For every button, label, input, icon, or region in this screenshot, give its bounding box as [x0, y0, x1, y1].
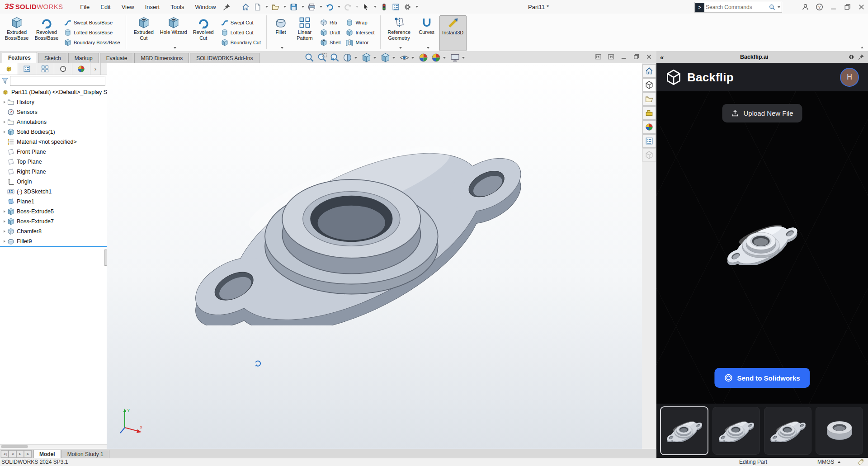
doc-minimize-icon[interactable]: [620, 53, 627, 60]
account-icon[interactable]: [802, 3, 809, 11]
expand-arrow-icon[interactable]: [2, 121, 7, 123]
swept-cut-button[interactable]: Swept Cut: [219, 18, 263, 27]
search-icon[interactable]: [769, 4, 775, 10]
menu-tools[interactable]: Tools: [165, 0, 189, 14]
apply-scene-button[interactable]: [430, 52, 448, 63]
panel-pin-icon[interactable]: [858, 54, 864, 60]
tab-features[interactable]: Features: [2, 52, 37, 63]
save-button[interactable]: [288, 1, 299, 12]
previous-window-icon[interactable]: [595, 53, 602, 60]
view-settings-dropdown[interactable]: [462, 57, 465, 59]
menu-view[interactable]: View: [116, 0, 140, 14]
tree-item-fillet9[interactable]: Fillet9: [0, 236, 107, 247]
appearances-tab[interactable]: [642, 120, 656, 134]
doc-restore-icon[interactable]: [633, 53, 640, 60]
section-view-button[interactable]: [342, 52, 359, 63]
tree-item-top-plane[interactable]: Top Plane: [0, 157, 107, 167]
view-orientation-button[interactable]: [361, 52, 378, 63]
inactive-addin-tab[interactable]: [642, 148, 656, 162]
boundary-boss-base-button[interactable]: Boundary Boss/Base: [62, 38, 122, 47]
last-tab-icon[interactable]: |►: [24, 450, 32, 458]
hide-show-items-dropdown[interactable]: [411, 57, 414, 59]
user-avatar[interactable]: H: [840, 68, 859, 87]
file-properties-button[interactable]: [391, 1, 401, 12]
options-button[interactable]: [402, 1, 413, 12]
file-explorer-tab[interactable]: [642, 92, 656, 106]
display-style-button[interactable]: [380, 52, 397, 63]
tab-evaluate[interactable]: Evaluate: [100, 53, 134, 63]
tree-item-plane1[interactable]: Plane1: [0, 197, 107, 207]
featuremanager-tree-tab[interactable]: [0, 63, 18, 75]
next-tab-icon[interactable]: ►: [16, 450, 24, 458]
next-window-icon[interactable]: [608, 53, 614, 60]
edit-appearance-button[interactable]: [418, 52, 429, 63]
redo-dropdown[interactable]: [356, 6, 359, 8]
tab-mbd-dimensions[interactable]: MBD Dimensions: [134, 53, 189, 63]
task-home-button[interactable]: [642, 64, 656, 78]
send-to-solidworks-button[interactable]: Send to Solidworks: [714, 368, 810, 388]
curves-button[interactable]: Curves: [416, 15, 438, 50]
hole-wizard-button[interactable]: Hole Wizard: [160, 15, 188, 50]
variant-thumbnail-4[interactable]: [816, 407, 863, 455]
graphics-viewport[interactable]: y x: [107, 63, 642, 449]
undo-button[interactable]: [325, 1, 335, 12]
tree-item-annotations[interactable]: Annotations: [0, 117, 107, 127]
options-dropdown[interactable]: [415, 6, 418, 8]
prev-tab-icon[interactable]: ◄: [9, 450, 16, 458]
linear-pattern-button[interactable]: Linear Pattern: [293, 15, 316, 50]
rebuild-button[interactable]: [379, 1, 390, 12]
instant3d-button[interactable]: Instant3D: [439, 15, 467, 51]
model-tab[interactable]: Model: [33, 450, 61, 458]
fillet-dropdown[interactable]: [281, 47, 283, 49]
close-icon[interactable]: [858, 3, 865, 11]
menu-insert[interactable]: Insert: [140, 0, 165, 14]
menu-window[interactable]: Window: [190, 0, 222, 14]
hide-show-items-button[interactable]: [399, 52, 416, 63]
undo-dropdown[interactable]: [338, 6, 340, 8]
open-button[interactable]: [270, 1, 281, 12]
display-style-dropdown[interactable]: [392, 57, 395, 59]
doc-close-icon[interactable]: [646, 53, 652, 60]
search-dropdown[interactable]: [778, 6, 780, 8]
new-document-dropdown[interactable]: [265, 6, 268, 8]
tab-markup[interactable]: Markup: [68, 53, 99, 63]
select-dropdown[interactable]: [374, 6, 377, 8]
minimize-icon[interactable]: [830, 3, 837, 11]
print-dropdown[interactable]: [320, 6, 322, 8]
tree-item-chamfer8[interactable]: Chamfer8: [0, 226, 107, 236]
curves-dropdown[interactable]: [427, 47, 429, 49]
tree-item-3dsketch1[interactable]: (-) 3DSketch1: [0, 187, 107, 197]
select-button[interactable]: [361, 1, 372, 12]
swept-boss-base-button[interactable]: Swept Boss/Base: [62, 18, 122, 27]
tag-icon[interactable]: [857, 459, 864, 466]
view-orientation-dropdown[interactable]: [373, 57, 376, 59]
tree-item-front-plane[interactable]: Front Plane: [0, 147, 107, 157]
tab-sketch[interactable]: Sketch: [38, 53, 67, 63]
collapse-panel-icon[interactable]: «: [660, 53, 664, 61]
shell-button[interactable]: Shell: [318, 38, 342, 47]
tree-item-origin[interactable]: Origin: [0, 177, 107, 187]
help-icon[interactable]: [816, 3, 823, 11]
tree-horizontal-scrollbar[interactable]: [0, 444, 107, 449]
lofted-cut-button[interactable]: Lofted Cut: [219, 28, 263, 37]
boundary-cut-button[interactable]: Boundary Cut: [219, 38, 263, 47]
flange-part-model[interactable]: [172, 131, 543, 325]
variant-thumbnail-1-selected[interactable]: [660, 406, 708, 455]
scrollbar-thumb[interactable]: [1, 445, 28, 448]
view-settings-button[interactable]: [449, 52, 467, 63]
display-manager-tab[interactable]: [72, 63, 90, 75]
fillet-button[interactable]: Fillet: [270, 15, 291, 50]
hole-wizard-dropdown[interactable]: [174, 47, 176, 49]
variant-thumbnail-3[interactable]: [764, 407, 811, 455]
expand-arrow-icon[interactable]: [2, 240, 7, 243]
motion-study-tab[interactable]: Motion Study 1: [61, 450, 109, 458]
expand-arrow-icon[interactable]: [2, 210, 7, 213]
tree-item-sensors[interactable]: Sensors: [0, 107, 107, 117]
pin-menu-icon[interactable]: [222, 1, 232, 12]
tree-item-right-plane[interactable]: Right Plane: [0, 167, 107, 177]
open-dropdown[interactable]: [283, 6, 286, 8]
custom-properties-tab[interactable]: [642, 134, 656, 148]
expand-arrow-icon[interactable]: [2, 131, 7, 133]
property-manager-tab[interactable]: [18, 63, 36, 75]
collapse-ribbon-icon[interactable]: [861, 47, 863, 48]
